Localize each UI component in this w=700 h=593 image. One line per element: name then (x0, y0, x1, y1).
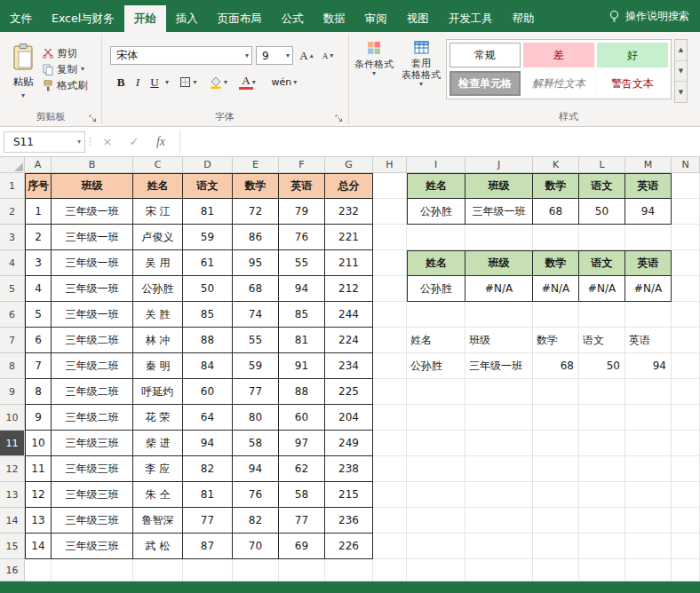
cell-A8[interactable]: 7 (25, 353, 52, 379)
cell-A3[interactable]: 2 (25, 225, 52, 250)
cell-H11[interactable] (373, 431, 407, 456)
cell-I7[interactable]: 姓名 (407, 328, 465, 353)
cell-B8[interactable]: 三年级二班 (52, 353, 133, 379)
cell-K2[interactable]: 68 (533, 199, 579, 225)
cell-K8[interactable]: 68 (533, 353, 579, 379)
cell-L9[interactable] (579, 379, 625, 405)
cell-D4[interactable]: 61 (183, 250, 233, 276)
cell-G15[interactable]: 226 (325, 534, 373, 559)
row-header-9[interactable]: 9 (0, 379, 25, 405)
copy-button[interactable]: 复制 ▾ (43, 61, 88, 77)
cell-E10[interactable]: 80 (233, 405, 279, 431)
cell-A14[interactable]: 13 (25, 508, 52, 534)
cell-G7[interactable]: 224 (325, 328, 373, 353)
cell-C3[interactable]: 卢俊义 (133, 225, 183, 250)
cell-J2[interactable]: 三年级一班 (465, 199, 533, 225)
cell-F8[interactable]: 91 (279, 353, 325, 379)
cell-M13[interactable] (625, 482, 672, 508)
cell-J15[interactable] (465, 534, 533, 559)
cell-C2[interactable]: 宋 江 (133, 199, 183, 225)
format-painter-button[interactable]: 格式刷 (43, 77, 88, 93)
ribbon-tab-开发工具[interactable]: 开发工具 (439, 5, 503, 32)
cell-E1[interactable]: 数学 (233, 173, 279, 199)
cell-M2[interactable]: 94 (625, 199, 672, 225)
cell-F3[interactable]: 76 (279, 225, 325, 250)
cell-C11[interactable]: 柴 进 (133, 431, 183, 456)
gallery-scroll-up[interactable]: ▲ (675, 40, 687, 61)
font-size-select[interactable]: 9 ▾ (256, 46, 293, 65)
cell-K12[interactable] (533, 456, 579, 482)
cell-K15[interactable] (533, 534, 579, 559)
cell-K5[interactable]: #N/A (533, 276, 579, 302)
cell-C9[interactable]: 呼延灼 (133, 379, 183, 405)
gallery-scroll-down[interactable]: ▼ (675, 61, 687, 83)
cell-E5[interactable]: 68 (233, 276, 279, 302)
underline-button[interactable]: U (147, 73, 162, 91)
fill-color-button[interactable]: ▾ (205, 73, 232, 91)
cell-F15[interactable]: 69 (279, 534, 325, 559)
cell-K6[interactable] (533, 302, 579, 328)
cell-L13[interactable] (579, 482, 625, 508)
formula-input[interactable] (179, 130, 700, 154)
cell-M16[interactable] (625, 559, 672, 581)
cell-A12[interactable]: 11 (25, 456, 52, 482)
ribbon-tab-帮助[interactable]: 帮助 (503, 5, 545, 32)
cell-C16[interactable] (133, 559, 183, 581)
cell-H12[interactable] (373, 456, 407, 482)
cell-K13[interactable] (533, 482, 579, 508)
cell-H8[interactable] (373, 353, 407, 379)
cell-C5[interactable]: 公孙胜 (133, 276, 183, 302)
cell-J14[interactable] (465, 508, 533, 534)
cell-B14[interactable]: 三年级三班 (52, 508, 133, 534)
cell-I10[interactable] (407, 405, 465, 431)
cell-D14[interactable]: 77 (183, 508, 233, 534)
cell-A11[interactable]: 10 (25, 431, 52, 456)
cell-G8[interactable]: 234 (325, 353, 373, 379)
cell-E6[interactable]: 74 (233, 302, 279, 328)
cell-H14[interactable] (373, 508, 407, 534)
cell-A9[interactable]: 8 (25, 379, 52, 405)
cell-I13[interactable] (407, 482, 465, 508)
cell-N16[interactable] (672, 559, 700, 581)
cell-K7[interactable]: 数学 (533, 328, 579, 353)
gallery-more-button[interactable]: ▼ (675, 82, 687, 102)
ribbon-tab-插入[interactable]: 插入 (166, 5, 208, 32)
cell-B12[interactable]: 三年级三班 (52, 456, 133, 482)
cell-I5[interactable]: 公孙胜 (407, 276, 465, 302)
cell-E12[interactable]: 94 (233, 456, 279, 482)
cell-K3[interactable] (533, 225, 579, 250)
cell-M4[interactable]: 英语 (625, 250, 672, 276)
conditional-formatting-button[interactable]: 条件格式 ▾ (352, 41, 396, 77)
cell-G9[interactable]: 225 (325, 379, 373, 405)
borders-button[interactable]: ▾ (176, 73, 201, 91)
cell-C12[interactable]: 李 应 (133, 456, 183, 482)
cell-style-bad[interactable]: 差 (523, 43, 594, 67)
cell-D8[interactable]: 84 (183, 353, 233, 379)
cell-J5[interactable]: #N/A (465, 276, 533, 302)
cell-J10[interactable] (465, 405, 533, 431)
cell-E11[interactable]: 58 (233, 431, 279, 456)
cell-B11[interactable]: 三年级三班 (52, 431, 133, 456)
row-header-16[interactable]: 16 (0, 559, 25, 581)
cell-M11[interactable] (625, 431, 672, 456)
cell-G6[interactable]: 244 (325, 302, 373, 328)
cell-G10[interactable]: 204 (325, 405, 373, 431)
cell-L16[interactable] (579, 559, 625, 581)
column-header-K[interactable]: K (533, 157, 579, 173)
increase-font-size-button[interactable]: A▴ (297, 46, 316, 65)
column-header-D[interactable]: D (183, 157, 233, 173)
column-header-L[interactable]: L (579, 157, 625, 173)
cell-E14[interactable]: 82 (233, 508, 279, 534)
cell-I2[interactable]: 公孙胜 (407, 199, 465, 225)
cell-K16[interactable] (533, 559, 579, 581)
cell-I6[interactable] (407, 302, 465, 328)
row-header-2[interactable]: 2 (0, 199, 25, 225)
cell-M5[interactable]: #N/A (625, 276, 672, 302)
cell-C14[interactable]: 鲁智深 (133, 508, 183, 534)
cell-B2[interactable]: 三年级一班 (52, 199, 133, 225)
cell-M12[interactable] (625, 456, 672, 482)
row-header-13[interactable]: 13 (0, 482, 25, 508)
cell-F4[interactable]: 55 (279, 250, 325, 276)
cell-N14[interactable] (672, 508, 700, 534)
insert-function-button[interactable]: fx (147, 131, 174, 153)
